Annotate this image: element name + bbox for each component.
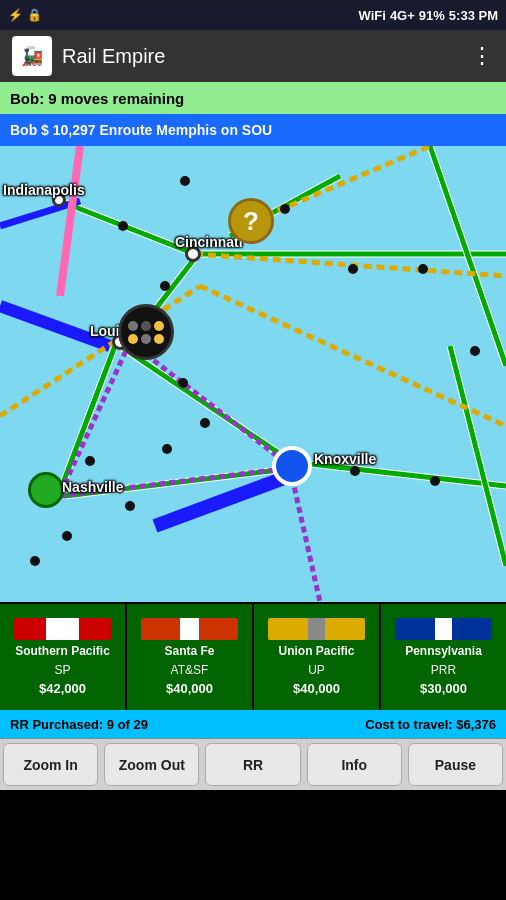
track-dot bbox=[118, 221, 128, 231]
svg-line-13 bbox=[120, 346, 295, 464]
city-dot-cincinnati[interactable] bbox=[185, 246, 201, 262]
track-dot bbox=[160, 281, 170, 291]
info-button[interactable]: Info bbox=[307, 743, 402, 786]
track-dot bbox=[125, 501, 135, 511]
token-dot-5 bbox=[141, 334, 151, 344]
token-dot-2 bbox=[141, 321, 151, 331]
zoom-in-button[interactable]: Zoom In bbox=[3, 743, 98, 786]
nashville-token[interactable] bbox=[28, 472, 64, 508]
svg-line-19 bbox=[450, 346, 506, 566]
flag-sp-red bbox=[14, 618, 46, 640]
flag-sp-red2 bbox=[79, 618, 111, 640]
track-dot bbox=[85, 456, 95, 466]
svg-line-17 bbox=[310, 464, 506, 486]
svg-line-21 bbox=[155, 474, 295, 526]
rr-cards: Southern Pacific SP $42,000 Santa Fe AT&… bbox=[0, 602, 506, 710]
flag-prr-white bbox=[435, 618, 451, 640]
svg-line-6 bbox=[430, 146, 506, 366]
rr-price-sp: $42,000 bbox=[39, 681, 86, 696]
track-dot bbox=[348, 264, 358, 274]
status-right-info: WiFi 4G+ 91% 5:33 PM bbox=[359, 8, 498, 23]
svg-line-28 bbox=[60, 468, 290, 496]
rr-abbr-sf: AT&SF bbox=[171, 663, 209, 677]
usb-icon: ⚡ bbox=[8, 8, 23, 22]
app-logo: 🚂 bbox=[12, 36, 52, 76]
svg-line-27 bbox=[130, 342, 290, 466]
rr-flag-sp bbox=[14, 618, 111, 640]
flag-sf-red bbox=[141, 618, 180, 640]
player-token[interactable] bbox=[118, 304, 174, 360]
svg-line-18 bbox=[450, 346, 506, 566]
flag-sf-red2 bbox=[199, 618, 238, 640]
player-info-text: Bob $ 10,297 Enroute Memphis on SOU bbox=[10, 122, 272, 138]
track-dot bbox=[418, 264, 428, 274]
cost-to-travel-text: Cost to travel: $6,376 bbox=[365, 717, 496, 732]
map-area[interactable]: Indianapolis Cincinnati Louisville Nashv… bbox=[0, 146, 506, 602]
status-left-icons: ⚡ 🔒 bbox=[8, 8, 42, 22]
status-bar: ⚡ 🔒 WiFi 4G+ 91% 5:33 PM bbox=[0, 0, 506, 30]
svg-line-11 bbox=[60, 346, 115, 491]
svg-line-26 bbox=[60, 342, 130, 494]
svg-line-15 bbox=[65, 468, 295, 496]
rr-price-up: $40,000 bbox=[293, 681, 340, 696]
svg-line-22 bbox=[0, 201, 80, 226]
flag-up-yellow2 bbox=[325, 618, 365, 640]
question-token[interactable]: ? bbox=[228, 198, 274, 244]
city-label-nashville: Nashville bbox=[62, 479, 123, 495]
flag-sp-white bbox=[46, 618, 78, 640]
rr-flag-sf bbox=[141, 618, 238, 640]
svg-line-10 bbox=[60, 346, 115, 491]
track-dot bbox=[350, 466, 360, 476]
track-dot bbox=[430, 476, 440, 486]
svg-line-20 bbox=[0, 306, 110, 346]
signal-text: 4G+ bbox=[390, 8, 415, 23]
battery-text: 91% bbox=[419, 8, 445, 23]
rr-abbr-up: UP bbox=[308, 663, 325, 677]
svg-line-7 bbox=[430, 146, 506, 366]
token-dot-4 bbox=[128, 334, 138, 344]
flag-prr-blue bbox=[395, 618, 435, 640]
rr-purchased-text: RR Purchased: 9 of 29 bbox=[10, 717, 148, 732]
track-dot bbox=[162, 444, 172, 454]
rr-name-up: Union Pacific bbox=[278, 644, 354, 658]
token-dot-6 bbox=[154, 334, 164, 344]
city-dot-knoxville[interactable] bbox=[272, 446, 312, 486]
svg-line-31 bbox=[200, 286, 506, 426]
bottom-buttons: Zoom In Zoom Out RR Info Pause bbox=[0, 738, 506, 790]
question-mark: ? bbox=[243, 206, 259, 237]
rr-card-sp[interactable]: Southern Pacific SP $42,000 bbox=[0, 604, 127, 710]
train-icon: 🚂 bbox=[21, 45, 43, 67]
token-dots-grid bbox=[122, 315, 170, 350]
svg-line-14 bbox=[65, 468, 295, 496]
rr-card-prr[interactable]: Pennsylvania PRR $30,000 bbox=[381, 604, 506, 710]
zoom-out-button[interactable]: Zoom Out bbox=[104, 743, 199, 786]
track-dot bbox=[470, 346, 480, 356]
svg-line-30 bbox=[0, 286, 200, 416]
time-display: 5:33 PM bbox=[449, 8, 498, 23]
rr-card-up[interactable]: Union Pacific UP $40,000 bbox=[254, 604, 381, 710]
track-dot bbox=[62, 531, 72, 541]
flag-sf-white bbox=[180, 618, 199, 640]
purchase-bar: RR Purchased: 9 of 29 Cost to travel: $6… bbox=[0, 710, 506, 738]
moves-text: Bob: 9 moves remaining bbox=[10, 90, 184, 107]
rr-price-prr: $30,000 bbox=[420, 681, 467, 696]
track-dot bbox=[178, 378, 188, 388]
app-header: 🚂 Rail Empire ⋮ bbox=[0, 30, 506, 82]
flag-up-gray bbox=[308, 618, 324, 640]
track-dot bbox=[280, 204, 290, 214]
moves-banner: Bob: 9 moves remaining bbox=[0, 82, 506, 114]
svg-line-16 bbox=[310, 464, 506, 486]
city-label-knoxville: Knoxville bbox=[314, 451, 376, 467]
rr-flag-prr bbox=[395, 618, 492, 640]
rr-price-sf: $40,000 bbox=[166, 681, 213, 696]
rr-abbr-prr: PRR bbox=[431, 663, 456, 677]
shield-icon: 🔒 bbox=[27, 8, 42, 22]
pause-button[interactable]: Pause bbox=[408, 743, 503, 786]
rr-button[interactable]: RR bbox=[205, 743, 300, 786]
token-dot-3 bbox=[154, 321, 164, 331]
city-dot-indianapolis[interactable] bbox=[52, 193, 66, 207]
menu-button[interactable]: ⋮ bbox=[471, 43, 494, 69]
rr-card-sf[interactable]: Santa Fe AT&SF $40,000 bbox=[127, 604, 254, 710]
track-dot bbox=[180, 176, 190, 186]
city-label-cincinnati: Cincinnati bbox=[175, 234, 243, 250]
